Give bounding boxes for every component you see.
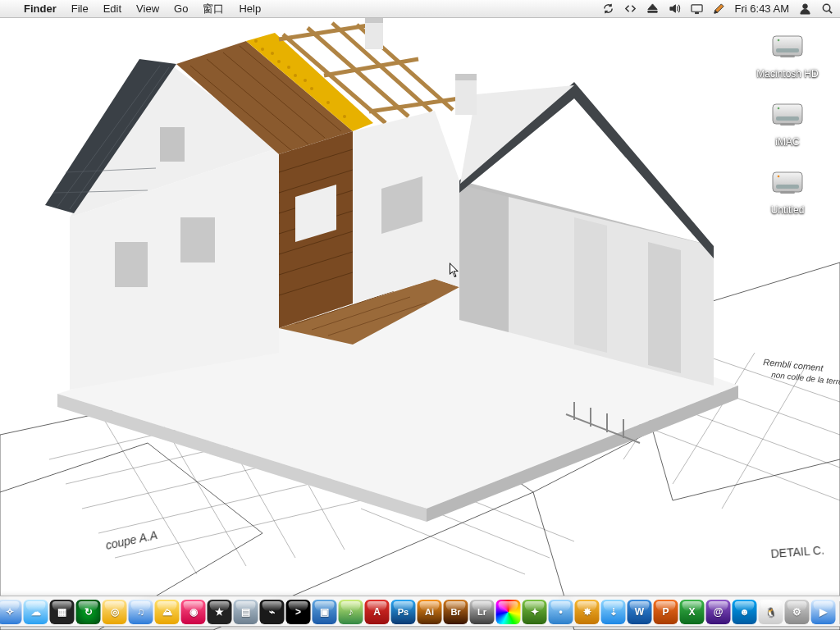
dock-iphoto[interactable]: ⛰: [155, 600, 180, 624]
svg-rect-91: [455, 74, 477, 80]
menu-help[interactable]: Help: [231, 0, 268, 18]
dock-app-b[interactable]: ✸: [575, 600, 600, 624]
svg-point-67: [304, 79, 307, 82]
menu-go[interactable]: Go: [167, 0, 195, 18]
svg-rect-93: [365, 17, 383, 23]
dock-itunes[interactable]: ♫: [129, 600, 153, 624]
svg-point-101: [778, 39, 780, 42]
dock-colorpicker[interactable]: [496, 600, 521, 624]
internal-drive-icon: [769, 96, 806, 134]
dock-garageband[interactable]: ♪: [339, 600, 363, 624]
drive-macintosh-hd[interactable]: Macintosh HD: [748, 28, 827, 80]
dock-quicktime[interactable]: ▶: [811, 600, 836, 624]
drive-label: Macintosh HD: [756, 68, 818, 80]
dock-lightroom[interactable]: Lr: [470, 600, 495, 624]
menu-file[interactable]: File: [64, 0, 96, 18]
dock-entourage[interactable]: @: [706, 600, 731, 624]
svg-rect-90: [455, 78, 477, 115]
svg-rect-46: [160, 127, 185, 162]
menu-clock[interactable]: Fri 6:43 AM: [735, 2, 789, 15]
dock-acrobat[interactable]: A: [365, 600, 390, 624]
svg-line-72: [279, 25, 373, 39]
mouse-cursor: [450, 262, 461, 282]
svg-point-65: [271, 52, 274, 55]
desktop-icons: Macintosh HD iMAC Untitled: [748, 28, 827, 216]
dock-timemachine[interactable]: ↻: [76, 600, 101, 624]
desktop-wallpaper: DETAIL C. coupe A.A Rembli coment non co…: [0, 0, 840, 630]
dock-terminal[interactable]: >: [286, 600, 311, 624]
dock: ☺✦✉✧☁▦↻◎♫⛰◉★▤⌁>▣♪APsAiBrLr✦•✸⇣WPX@☻🐧⚙▶⬇▇…: [0, 596, 840, 627]
dock-photobooth[interactable]: ◉: [181, 600, 206, 624]
menu-bar: Finder File Edit View Go 窗口 Help Fri 6:4…: [0, 0, 840, 18]
dock-excel[interactable]: X: [680, 600, 705, 624]
svg-point-97: [823, 4, 829, 11]
dock-imovie[interactable]: ★: [208, 600, 232, 624]
dock-expose[interactable]: ▤: [234, 600, 258, 624]
svg-marker-34: [648, 242, 681, 373]
external-drive-icon: [769, 164, 806, 202]
drive-untitled[interactable]: Untitled: [748, 164, 827, 216]
dock-powerpoint[interactable]: P: [654, 600, 678, 624]
svg-marker-32: [459, 185, 509, 332]
display-icon[interactable]: [691, 2, 704, 16]
menu-view[interactable]: View: [129, 0, 167, 18]
dock-bridge[interactable]: Br: [444, 600, 468, 624]
dock-illustrator[interactable]: Ai: [418, 600, 442, 624]
svg-rect-104: [776, 116, 799, 121]
dock-word[interactable]: W: [628, 600, 652, 624]
dock-xscope[interactable]: ✦: [523, 600, 547, 624]
svg-point-63: [343, 115, 346, 118]
dock-safari[interactable]: ✧: [0, 600, 22, 624]
svg-point-59: [277, 60, 281, 63]
internal-drive-icon: [769, 28, 806, 66]
svg-point-61: [310, 87, 313, 90]
dock-systemprefs[interactable]: ⚙: [785, 600, 810, 624]
drive-label: iMAC: [775, 136, 799, 148]
app-menu[interactable]: Finder: [16, 0, 64, 18]
svg-rect-99: [773, 36, 802, 56]
svg-point-62: [326, 101, 330, 104]
code-icon[interactable]: [624, 2, 637, 16]
spotlight-icon[interactable]: [820, 2, 833, 16]
dock-spaces[interactable]: ▦: [50, 600, 75, 624]
svg-rect-94: [692, 5, 702, 11]
svg-point-58: [261, 48, 264, 51]
dock-app-a[interactable]: •: [549, 600, 573, 624]
volume-icon[interactable]: [669, 2, 682, 16]
user-icon[interactable]: [798, 2, 811, 16]
svg-line-98: [829, 11, 831, 13]
svg-point-66: [287, 66, 290, 69]
svg-rect-43: [115, 242, 148, 287]
dock-preview[interactable]: ▣: [313, 600, 337, 624]
svg-point-96: [802, 4, 807, 9]
svg-point-109: [778, 176, 780, 178]
svg-point-64: [254, 39, 258, 43]
menu-edit[interactable]: Edit: [96, 0, 129, 18]
svg-rect-92: [365, 21, 383, 49]
svg-point-60: [294, 74, 297, 77]
menu-window[interactable]: 窗口: [195, 0, 231, 18]
svg-rect-95: [696, 12, 699, 13]
svg-rect-108: [776, 185, 799, 189]
dock-iweb[interactable]: ◎: [103, 600, 127, 624]
drive-imac[interactable]: iMAC: [748, 96, 827, 148]
dock-msn[interactable]: ☻: [733, 600, 757, 624]
svg-rect-44: [180, 217, 215, 262]
dock-photoshop[interactable]: Ps: [391, 600, 416, 624]
svg-rect-107: [773, 172, 802, 192]
svg-rect-102: [780, 55, 795, 57]
dock-qq[interactable]: 🐧: [759, 600, 783, 624]
eject-icon[interactable]: [646, 2, 660, 16]
svg-rect-106: [780, 123, 795, 126]
svg-rect-103: [773, 104, 802, 124]
pencil-icon[interactable]: [713, 2, 726, 16]
drive-label: Untitled: [771, 204, 805, 216]
dock-ichat[interactable]: ☁: [24, 600, 48, 624]
svg-point-105: [778, 107, 780, 110]
svg-rect-100: [776, 48, 799, 52]
dock-app-c[interactable]: ⇣: [601, 600, 626, 624]
svg-marker-33: [574, 217, 607, 353]
sync-icon[interactable]: [602, 2, 615, 16]
dock-activity[interactable]: ⌁: [260, 600, 285, 624]
svg-rect-110: [780, 191, 795, 194]
